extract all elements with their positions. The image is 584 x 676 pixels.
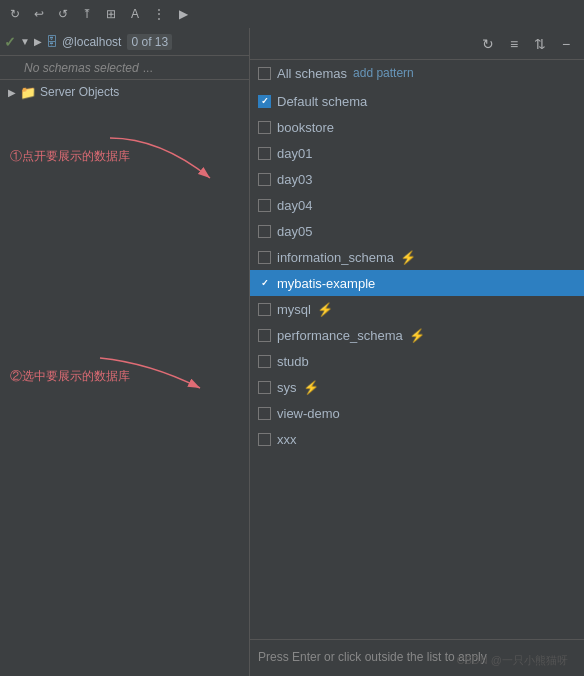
schema-name-label: sys [277, 380, 297, 395]
schema-name-label: day01 [277, 146, 312, 161]
refresh-button[interactable]: ↻ [478, 34, 498, 54]
arrow-2-icon [90, 348, 210, 398]
add-pattern-link[interactable]: add pattern [353, 66, 414, 80]
schema-name-label: mysql [277, 302, 311, 317]
connection-name: @localhost [62, 35, 122, 49]
check-icon: ✓ [4, 34, 16, 50]
toolbar-btn-5[interactable]: ⊞ [100, 3, 122, 25]
database-icon: 🗄 [46, 35, 58, 49]
schema-item[interactable]: day03 [250, 166, 584, 192]
toolbar-btn-4[interactable]: ⤒ [76, 3, 98, 25]
all-schemas-row: All schemas add pattern [250, 60, 584, 86]
list-toolbar: ↻ ≡ ⇅ − [250, 28, 584, 60]
main-toolbar: ↻ ↩ ↺ ⤒ ⊞ A ⋮ ▶ [0, 0, 584, 28]
connection-row[interactable]: ✓ ▼ ▶ 🗄 @localhost 0 of 13 [0, 28, 249, 56]
schema-checkbox[interactable] [258, 407, 271, 420]
lightning-icon: ⚡ [317, 302, 333, 317]
schema-item[interactable]: view-demo [250, 400, 584, 426]
schema-checkbox[interactable] [258, 251, 271, 264]
schema-name-label: studb [277, 354, 309, 369]
server-objects-label: Server Objects [40, 85, 119, 99]
right-panel: ↻ ≡ ⇅ − All schemas add pattern Default … [250, 28, 584, 676]
schema-item[interactable]: xxx [250, 426, 584, 452]
toolbar-btn-2[interactable]: ↩ [28, 3, 50, 25]
server-expand-icon: ▶ [8, 87, 16, 98]
remove-button[interactable]: − [556, 34, 576, 54]
filter-button[interactable]: ≡ [504, 34, 524, 54]
arrow-1-icon [100, 128, 220, 188]
schema-checkbox[interactable] [258, 147, 271, 160]
schema-checkbox[interactable] [258, 381, 271, 394]
sort-button[interactable]: ⇅ [530, 34, 550, 54]
schema-name-label: performance_schema [277, 328, 403, 343]
annotation-1: ①点开要展示的数据库 [10, 148, 130, 165]
folder-icon: 📁 [20, 85, 36, 100]
schema-item[interactable]: day04 [250, 192, 584, 218]
schema-checkbox[interactable] [258, 121, 271, 134]
sidebar: ✓ ▼ ▶ 🗄 @localhost 0 of 13 No schemas se… [0, 28, 250, 676]
schema-name-label: Default schema [277, 94, 367, 109]
all-schemas-label: All schemas [277, 66, 347, 81]
collapse-arrow-icon: ▼ [20, 36, 30, 47]
toolbar-btn-3[interactable]: ↺ [52, 3, 74, 25]
schema-checkbox[interactable] [258, 199, 271, 212]
annotation-2-text: ②选中要展示的数据库 [10, 369, 130, 383]
server-objects-row[interactable]: ▶ 📁 Server Objects [0, 80, 249, 104]
schema-name-label: view-demo [277, 406, 340, 421]
annotation-2: ②选中要展示的数据库 [10, 368, 130, 385]
expand-arrow-icon: ▶ [34, 36, 42, 47]
schema-name-label: day05 [277, 224, 312, 239]
schema-name-label: mybatis-example [277, 276, 375, 291]
schema-count-badge: 0 of 13 [127, 34, 172, 50]
schema-item[interactable]: mybatis-example [250, 270, 584, 296]
schema-item[interactable]: studb [250, 348, 584, 374]
toolbar-btn-8[interactable]: ▶ [172, 3, 194, 25]
schema-checkbox[interactable] [258, 303, 271, 316]
ellipsis-button[interactable]: ... [143, 61, 153, 75]
schema-name-label: day04 [277, 198, 312, 213]
schema-checkbox[interactable] [258, 355, 271, 368]
schema-name-label: information_schema [277, 250, 394, 265]
schema-item[interactable]: day05 [250, 218, 584, 244]
no-schemas-text: No schemas selected [24, 61, 139, 75]
schema-item[interactable]: mysql⚡ [250, 296, 584, 322]
schema-item[interactable]: day01 [250, 140, 584, 166]
toolbar-btn-1[interactable]: ↻ [4, 3, 26, 25]
all-schemas-checkbox[interactable] [258, 67, 271, 80]
no-schemas-row: No schemas selected ... [0, 56, 249, 80]
schema-item[interactable]: information_schema⚡ [250, 244, 584, 270]
schema-item[interactable]: Default schema [250, 88, 584, 114]
lightning-icon: ⚡ [303, 380, 319, 395]
annotation-1-text: ①点开要展示的数据库 [10, 149, 130, 163]
schema-checkbox[interactable] [258, 95, 271, 108]
lightning-icon: ⚡ [409, 328, 425, 343]
toolbar-btn-7[interactable]: ⋮ [148, 3, 170, 25]
schema-name-label: bookstore [277, 120, 334, 135]
schema-checkbox[interactable] [258, 329, 271, 342]
schema-list: Default schemabookstoreday01day03day04da… [250, 86, 584, 639]
footer-hint-text: Press Enter or click outside the list to… [258, 650, 487, 664]
schema-item[interactable]: sys⚡ [250, 374, 584, 400]
lightning-icon: ⚡ [400, 250, 416, 265]
main-area: ✓ ▼ ▶ 🗄 @localhost 0 of 13 No schemas se… [0, 28, 584, 676]
toolbar-btn-6[interactable]: A [124, 3, 146, 25]
watermark: CSDN @一只小熊猫呀 [457, 653, 568, 668]
schema-name-label: day03 [277, 172, 312, 187]
schema-name-label: xxx [277, 432, 297, 447]
schema-checkbox[interactable] [258, 225, 271, 238]
schema-checkbox[interactable] [258, 277, 271, 290]
schema-item[interactable]: performance_schema⚡ [250, 322, 584, 348]
schema-checkbox[interactable] [258, 433, 271, 446]
schema-checkbox[interactable] [258, 173, 271, 186]
schema-item[interactable]: bookstore [250, 114, 584, 140]
